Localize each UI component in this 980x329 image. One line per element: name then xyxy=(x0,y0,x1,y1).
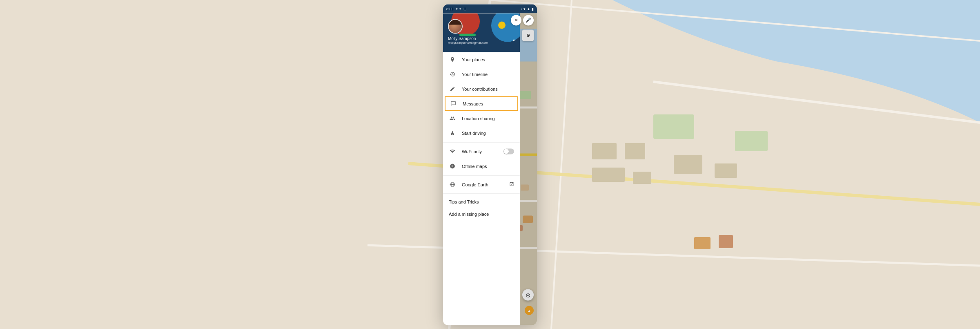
divider-1 xyxy=(443,142,520,142)
sim-icon: ▪ xyxy=(521,7,522,11)
wifi-menu-icon xyxy=(449,148,456,155)
menu-item-tips-tricks[interactable]: Tips and Tricks xyxy=(443,195,520,208)
svg-rect-13 xyxy=(653,114,694,139)
close-button[interactable]: ✕ xyxy=(511,15,521,25)
contributions-icon xyxy=(449,85,456,92)
offline-maps-icon xyxy=(449,162,456,170)
drawer-scrim[interactable] xyxy=(520,13,537,325)
status-bar: 8:00 ✦✦ ⊡ ▪ ▾ ▲ ▮ xyxy=(443,4,537,13)
external-link-icon xyxy=(509,181,514,187)
offline-maps-label: Offline maps xyxy=(462,163,514,168)
divider-3 xyxy=(443,193,520,194)
location-sharing-label: Location sharing xyxy=(462,116,514,121)
map-top-controls: ✕ 🎤 xyxy=(511,15,534,25)
user-name: Molly Sampson xyxy=(448,36,488,40)
your-places-label: Your places xyxy=(462,57,514,62)
header-bg-yellow xyxy=(498,21,506,29)
cast-icon: ⊡ xyxy=(463,7,467,11)
messages-icon xyxy=(450,100,457,107)
status-time: 8:00 xyxy=(446,7,454,11)
signal-icon: ▲ xyxy=(527,7,530,11)
menu-item-your-contributions[interactable]: Your contributions xyxy=(443,81,520,96)
location-sharing-icon xyxy=(449,114,456,122)
navigation-icon xyxy=(449,129,456,137)
svg-rect-7 xyxy=(592,143,617,159)
account-switcher-chevron[interactable]: ▾ xyxy=(513,38,515,43)
user-email: mollysampson30@gmail.com xyxy=(448,40,488,44)
svg-rect-16 xyxy=(719,235,733,248)
svg-rect-15 xyxy=(694,237,710,249)
svg-rect-11 xyxy=(674,155,702,174)
menu-item-your-places[interactable]: Your places xyxy=(443,52,520,67)
google-earth-label: Google Earth xyxy=(462,182,509,187)
svg-rect-10 xyxy=(633,172,651,184)
svg-rect-14 xyxy=(735,131,768,151)
menu-item-add-missing-place[interactable]: Add a missing place xyxy=(443,208,520,220)
phone-frame: 8:00 ✦✦ ⊡ ▪ ▾ ▲ ▮ Santa Cla.. xyxy=(443,4,537,325)
wifi-only-toggle[interactable] xyxy=(503,148,514,154)
tips-tricks-label: Tips and Tricks xyxy=(449,199,514,204)
google-earth-icon xyxy=(449,181,456,188)
timeline-icon xyxy=(449,70,456,78)
microphone-button[interactable]: 🎤 xyxy=(523,15,534,25)
messages-label: Messages xyxy=(463,101,513,106)
svg-rect-12 xyxy=(715,163,737,178)
add-missing-place-label: Add a missing place xyxy=(449,211,514,216)
side-drawer: Molly Sampson mollysampson30@gmail.com ▾… xyxy=(443,13,520,325)
location-pin-icon xyxy=(449,56,456,63)
menu-item-google-earth[interactable]: Google Earth xyxy=(443,177,520,192)
wifi-status-icon: ▾ xyxy=(523,7,526,11)
user-info[interactable]: Molly Sampson mollysampson30@gmail.com ▾ xyxy=(448,36,515,44)
svg-rect-8 xyxy=(625,143,645,159)
avatar[interactable] xyxy=(448,19,463,34)
wifi-only-label: Wi-Fi only xyxy=(462,149,503,154)
battery-icon: ▮ xyxy=(532,7,534,11)
your-contributions-label: Your contributions xyxy=(462,86,514,91)
toggle-knob xyxy=(504,149,509,154)
menu-item-start-driving[interactable]: Start driving xyxy=(443,125,520,140)
menu-item-your-timeline[interactable]: Your timeline xyxy=(443,67,520,81)
start-driving-label: Start driving xyxy=(462,130,514,135)
menu-item-messages[interactable]: Messages xyxy=(445,96,518,111)
your-timeline-label: Your timeline xyxy=(462,72,514,76)
menu-item-offline-maps[interactable]: Offline maps xyxy=(443,159,520,173)
dots-icon: ✦✦ xyxy=(455,7,462,11)
drawer-header: Molly Sampson mollysampson30@gmail.com ▾ xyxy=(443,13,520,52)
divider-2 xyxy=(443,175,520,175)
svg-rect-9 xyxy=(592,168,625,182)
menu-item-location-sharing[interactable]: Location sharing xyxy=(443,111,520,125)
menu-item-wifi-only[interactable]: Wi-Fi only xyxy=(443,144,520,159)
